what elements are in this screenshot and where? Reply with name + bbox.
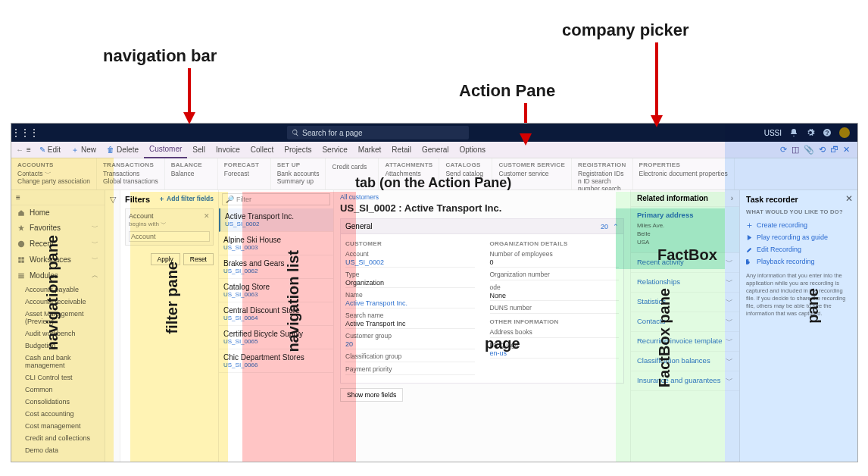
field-organization-number[interactable]: Organization number [490,271,620,280]
module-cash-and-bank-management[interactable]: Cash and bank management [11,352,105,371]
filter-reset-button[interactable]: Reset [183,253,214,265]
field-account[interactable]: AccountUS_SI_0002 [345,250,475,268]
actiontab-transactions[interactable]: TRANSACTIONSTransactionsGlobal transacti… [97,158,165,189]
list-item[interactable]: Catalog StoreUS_SI_0063 [219,279,333,302]
taskpane-close-icon[interactable]: ✕ [845,193,853,204]
field-customer-group[interactable]: Customer group20 [345,332,475,349]
actionbar-options[interactable]: Options [454,142,491,158]
company-picker[interactable]: USSI [764,129,782,137]
factbox-item-insurance-and-guarantees[interactable]: Insurance and guarantees﹀ [631,371,739,391]
leftnav-modules[interactable]: Modules︿ [11,268,105,283]
filter-apply-button[interactable]: Apply [151,253,180,265]
field-name[interactable]: NameActive Transport Inc. [345,291,475,308]
module-audit-workbench[interactable]: Audit workbench [11,327,105,340]
factbox-item-statistics[interactable]: Statistics﹀ [631,293,739,312]
list-item[interactable]: Certified Bicycle SupplyUS_SI_0065 [219,326,333,349]
actiontab-balance[interactable]: BALANCEBalance [165,158,218,189]
list-item[interactable]: Brakes and GearsUS_SI_0062 [219,255,333,279]
field-address-books[interactable]: Address books [490,328,620,338]
factbox-primary-address[interactable]: Primary address Miles Ave.BelleUSA [631,207,739,253]
hamburger-icon[interactable]: ≡ [27,146,31,154]
search-box[interactable]: Search for a page [287,126,469,139]
help-icon[interactable] [823,128,832,137]
factbox-item-relationships[interactable]: Relationships﹀ [631,273,739,293]
factbox-item-classification-balances[interactable]: Classification balances﹀ [631,352,739,371]
actiontab-misc[interactable]: Credit cards [326,158,379,189]
leftnav-workspaces[interactable]: Workspaces﹀ [11,252,105,268]
module-cost-management[interactable]: Cost management [11,420,105,432]
module-common[interactable]: Common [11,384,105,396]
actiontab-attachments[interactable]: ATTACHMENTSAttachments [379,158,439,189]
actiontab-accounts[interactable]: ACCOUNTSContacts ﹀Change party associati… [11,158,97,189]
field-duns-number[interactable]: DUNS number [490,304,620,314]
back-icon[interactable]: ← [16,146,23,154]
actionbar-customer[interactable]: Customer [144,142,187,158]
actionbar-icon5[interactable]: 🗗 [830,145,838,155]
actiontab-customer-service[interactable]: CUSTOMER SERVICECustomer service [492,158,572,189]
taskpane-link-play-recording-as-guide[interactable]: Play recording as guide [746,231,851,243]
actionbar-new[interactable]: ＋ New [66,142,101,158]
taskpane-link-create-recording[interactable]: Create recording [746,219,851,231]
module-credit-and-collections[interactable]: Credit and collections [11,432,105,444]
waffle-icon[interactable]: ⋮⋮⋮ [11,127,30,138]
filter-column[interactable]: ▽ [105,190,120,462]
actionbar-general[interactable]: General [417,142,454,158]
actionbar-service[interactable]: Service [317,142,352,158]
leftnav-favorites[interactable]: Favorites﹀ [11,220,105,236]
filter-operator[interactable]: begins with ﹀ [129,220,210,228]
actionbar-projects[interactable]: Projects [279,142,317,158]
actionbar-edit[interactable]: ✎ Edit [34,142,66,158]
actiontab-registration[interactable]: REGISTRATIONRegistration IDsn ID searchn… [572,158,632,189]
module-accounts-receivable[interactable]: Accounts receivable [11,296,105,308]
show-more-button[interactable]: Show more fields [340,388,403,402]
section-header-general[interactable]: General 20 ⌃ [340,218,624,234]
field-search-name[interactable]: Search nameActive Transport Inc [345,312,475,329]
module-cli-control-test[interactable]: CLI Control test [11,371,105,384]
actionbar-collect[interactable]: Collect [245,142,279,158]
list-item[interactable]: Chic Department StoresUS_SI_0066 [219,349,333,373]
module-asset-management-(preview)[interactable]: Asset Management (Preview) [11,308,105,327]
actionbar-icon3[interactable]: 📎 [804,145,814,155]
actionbar-sell[interactable]: Sell [187,142,211,158]
field-number-of-employees[interactable]: Number of employees0 [490,250,620,268]
list-item[interactable]: Central Discount StoreUS_SI_0064 [219,302,333,326]
module-cost-accounting[interactable]: Cost accounting [11,408,105,420]
module-demo-data[interactable]: Demo data [11,444,105,456]
actionbar-icon2[interactable]: ◫ [792,145,799,155]
factbox-item-recent-activity[interactable]: Recent activity﹀ [631,253,739,273]
list-item[interactable]: Alpine Ski HouseUS_SI_0003 [219,232,333,255]
actionbar-icon1[interactable]: ⟳ [780,145,787,155]
field-ode[interactable]: odeNone [490,283,620,301]
leftnav-recent[interactable]: Recent﹀ [11,236,105,252]
field-language[interactable]: Languageen-us [490,341,620,359]
field-type[interactable]: TypeOrganization [345,271,475,288]
taskpane-link-playback-recording[interactable]: Playback recording [746,255,851,268]
actionbar-invoice[interactable]: Invoice [211,142,245,158]
actiontab-forecast[interactable]: FORECASTForecast [218,158,271,189]
leftnav-home[interactable]: Home [11,205,105,220]
breadcrumb[interactable]: All customers [340,193,624,201]
list-item[interactable]: Active Transport Inc.US_SI_0002 [219,208,333,232]
actionbar-delete[interactable]: 🗑 Delete [101,142,144,158]
factbox-header[interactable]: Related information› [631,190,739,207]
module-accounts-payable[interactable]: Accounts payable [11,283,105,296]
section-expand-icon[interactable]: ⌃ [613,223,619,230]
gear-icon[interactable] [806,128,815,137]
factbox-item-contacts[interactable]: Contacts﹀ [631,312,739,332]
actionbar-market[interactable]: Market [353,142,387,158]
taskpane-link-edit-recording[interactable]: Edit Recording [746,243,851,255]
actionbar-icon4[interactable]: ⟲ [819,145,826,155]
actiontab-set-up[interactable]: SET UPBank accountsSummary up [271,158,326,189]
bell-icon[interactable] [789,128,798,137]
navpane-collapse[interactable]: ≡ [11,190,105,205]
field-payment-priority[interactable]: Payment priority [345,365,475,375]
avatar[interactable] [839,127,850,138]
filter-value-input[interactable] [129,231,210,242]
field-classification-group[interactable]: Classification group [345,352,475,362]
add-filter-fields[interactable]: ＋ Add filter fields [158,195,214,204]
factbox-item-recurring-invoice-template[interactable]: Recurring invoice template﹀ [631,332,739,352]
actionbar-retail[interactable]: Retail [386,142,417,158]
actiontab-properties[interactable]: PROPERTIESElectronic document properties [633,158,735,189]
navlist-filter-input[interactable]: 🔎 Filter [222,193,330,205]
module-budgeting[interactable]: Budgeting [11,340,105,352]
